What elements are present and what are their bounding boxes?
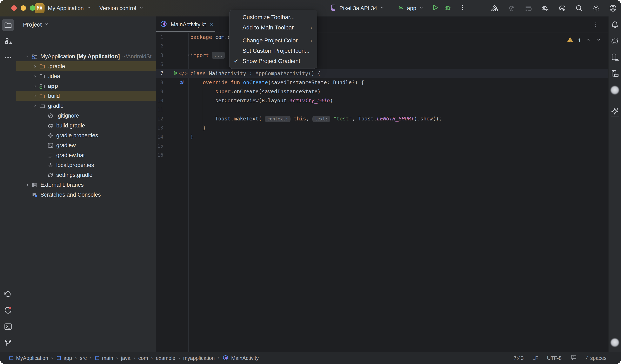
line-separator[interactable]: LF (532, 355, 538, 361)
tree-item-external-libraries[interactable]: External Libraries (16, 180, 156, 190)
chevron-right-icon[interactable] (32, 103, 38, 108)
tab-mainactivity[interactable]: MainActivity.kt × (156, 16, 215, 32)
code-line-3[interactable]: 3import ... (156, 51, 609, 60)
code-line-14[interactable]: 14} (156, 132, 609, 142)
close-tab-icon[interactable]: × (210, 21, 214, 28)
problems-icon[interactable] (2, 304, 14, 317)
breadcrumb-item-src[interactable]: src (80, 355, 86, 361)
inspection-level-icon[interactable] (570, 354, 577, 362)
indent-size[interactable]: 4 spaces (586, 355, 606, 361)
tab-options-icon[interactable] (593, 21, 599, 29)
terminal-icon[interactable] (2, 320, 14, 333)
gemini-icon[interactable] (609, 105, 621, 118)
fold-region-icon[interactable] (186, 52, 191, 59)
breadcrumb-item-myapplication[interactable]: myapplication (183, 355, 215, 361)
device-manager-icon[interactable] (609, 51, 621, 63)
caret-position[interactable]: 7:43 (514, 355, 524, 361)
resource-manager-icon[interactable] (2, 35, 14, 47)
breadcrumb-item-com[interactable]: com (138, 355, 148, 361)
more-tool-windows-icon[interactable] (2, 51, 14, 64)
project-panel-header[interactable]: Project (23, 16, 49, 33)
run-line-icon[interactable] (172, 70, 178, 77)
more-run-options-button[interactable] (459, 0, 466, 16)
code-line-9[interactable]: 9 super.onCreate(savedInstanceState) (156, 87, 609, 96)
code-line-11[interactable]: 11 (156, 105, 609, 114)
tree-item-myapplication[interactable]: MyApplication[My Application]~/AndroidSt (16, 51, 156, 61)
chevron-right-icon[interactable] (32, 74, 38, 79)
round-logo-icon[interactable] (609, 84, 621, 96)
breadcrumb-item-app[interactable]: app (56, 355, 72, 361)
chevron-down-icon (139, 5, 144, 12)
settings-gear-icon[interactable] (592, 4, 600, 13)
build-hammer-icon[interactable] (490, 4, 499, 13)
project-panel-title: Project (23, 22, 42, 28)
gradle-icon[interactable] (609, 35, 621, 47)
code-line-1[interactable]: 1package com.example.myapplication (156, 33, 609, 42)
device-selector[interactable]: Pixel 3a API 34 (329, 0, 385, 16)
tree-item-gradlew[interactable]: gradlew (16, 141, 156, 150)
project-menu[interactable]: My Application (48, 0, 91, 16)
chevron-right-icon[interactable] (32, 64, 38, 69)
chevron-right-icon[interactable] (32, 84, 38, 89)
version-control-menu[interactable]: Version control (99, 0, 144, 16)
module-icon (9, 355, 14, 361)
attach-debugger-icon[interactable] (541, 4, 550, 13)
tree-item-qualifier: [My Application] (77, 53, 120, 60)
code-line-8[interactable]: 8 override fun onCreate(savedInstanceSta… (156, 78, 609, 87)
menu-item-set-custom-project-icon[interactable]: Set Custom Project Icon... (229, 46, 317, 56)
breadcrumb-item-main[interactable]: main (95, 355, 113, 361)
menu-item-change-project-color[interactable]: Change Project Color› (229, 35, 317, 46)
chevron-down-icon[interactable] (24, 54, 31, 59)
override-method-icon[interactable] (178, 79, 185, 86)
logcat-icon[interactable] (2, 288, 14, 300)
close-window-button[interactable] (11, 5, 17, 11)
tree-item-idea[interactable]: .idea (16, 71, 156, 81)
tree-item-build[interactable]: build (16, 91, 156, 101)
tree-item-local-properties[interactable]: local.properties (16, 160, 156, 170)
code-line-10[interactable]: 10 setContentView(R.layout.activity_main… (156, 96, 609, 105)
account-avatar-icon[interactable] (609, 4, 617, 13)
notifications-bell-icon[interactable] (609, 18, 621, 31)
breadcrumb-item-myapplication[interactable]: MyApplication (9, 355, 48, 361)
tree-item-gradle[interactable]: .gradle (16, 61, 156, 71)
breadcrumb-item-example[interactable]: example (156, 355, 175, 361)
tree-item-gradlew-bat[interactable]: gradlew.bat (16, 150, 156, 160)
version-control-icon[interactable] (2, 337, 14, 349)
code-line-16[interactable]: 16 (156, 151, 609, 159)
menu-item-add-to-main-toolbar[interactable]: Add to Main Toolbar› (229, 22, 317, 33)
search-everywhere-icon[interactable] (575, 4, 584, 13)
chevron-right-icon[interactable] (24, 182, 31, 187)
round-logo-icon[interactable] (609, 336, 621, 349)
chevron-right-icon[interactable] (32, 94, 38, 98)
tree-item-gradle-properties[interactable]: gradle.properties (16, 130, 156, 141)
apply-code-changes-icon[interactable] (524, 4, 533, 13)
run-button[interactable] (431, 0, 439, 16)
menu-item-show-project-gradient[interactable]: ✓Show Project Gradient (229, 56, 317, 66)
code-line-13[interactable]: 13 } (156, 123, 609, 132)
code-line-6[interactable]: 6 (156, 60, 609, 69)
code-editor[interactable]: 1package com.example.myapplication23impo… (156, 33, 609, 352)
code-line-15[interactable]: 15 (156, 142, 609, 151)
code-markup-icon[interactable]: </> (179, 71, 188, 76)
breadcrumb-item-java[interactable]: java (121, 355, 131, 361)
tree-item-gitignore[interactable]: .gitignore (16, 111, 156, 121)
minimize-window-button[interactable] (21, 5, 26, 11)
apply-changes-icon[interactable] (507, 4, 516, 13)
tree-item-build-gradle[interactable]: build.gradle (16, 121, 156, 130)
code-line-2[interactable]: 2 (156, 42, 609, 51)
gutter (163, 132, 190, 142)
running-devices-icon[interactable] (609, 67, 621, 80)
tree-item-gradle[interactable]: gradle (16, 101, 156, 111)
tree-item-app[interactable]: app (16, 81, 156, 91)
run-configuration-selector[interactable]: app (397, 0, 424, 16)
debug-button[interactable] (444, 0, 452, 16)
code-line-7[interactable]: 7</>class MainActivity : AppCompatActivi… (156, 69, 609, 78)
breadcrumb-item-mainactivity[interactable]: MainActivity (223, 355, 259, 361)
gradle-sync-icon[interactable] (558, 4, 567, 13)
code-line-12[interactable]: 12 Toast.makeText( context: this, text: … (156, 114, 609, 123)
tree-item-scratches-and-consoles[interactable]: Scratches and Consoles (16, 190, 156, 200)
file-encoding[interactable]: UTF-8 (547, 355, 562, 361)
tree-item-settings-gradle[interactable]: settings.gradle (16, 170, 156, 180)
project-folder-icon[interactable] (2, 19, 14, 31)
menu-item-customize-toolbar[interactable]: Customize Toolbar... (229, 12, 317, 22)
